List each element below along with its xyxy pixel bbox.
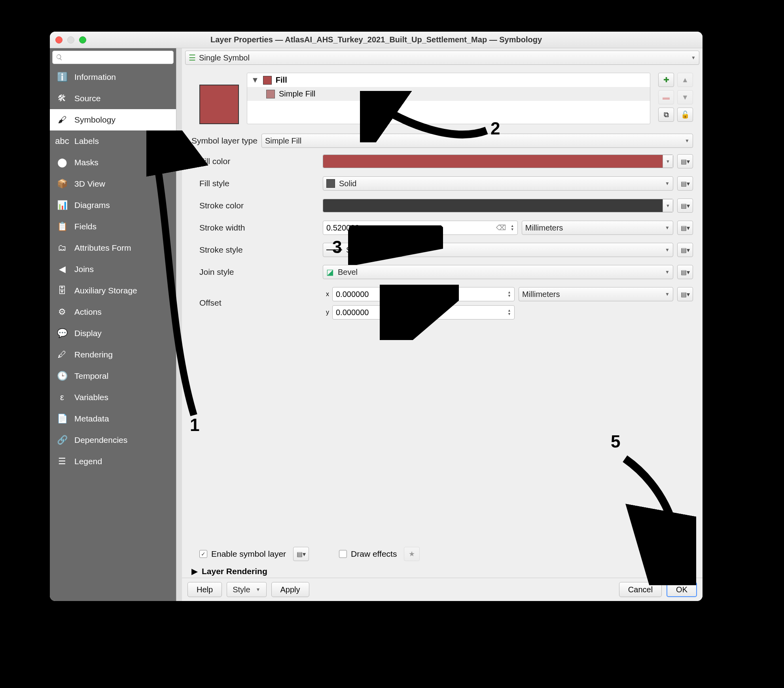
sidebar-item-symbology[interactable]: 🖌Symbology — [50, 109, 176, 130]
sidebar-item-3d-view[interactable]: 📦3D View — [50, 173, 176, 195]
add-symbol-layer-button[interactable]: ✚ — [658, 73, 674, 87]
offset-y-input[interactable]: ▲▼ — [332, 305, 515, 319]
line-preview-icon — [326, 249, 342, 250]
data-defined-button[interactable]: ▤▾ — [677, 154, 693, 168]
sidebar-item-variables[interactable]: εVariables — [50, 387, 176, 408]
stroke-style-value: Solid Line — [346, 246, 381, 255]
chevron-down-icon[interactable]: ▼ — [663, 155, 673, 168]
sidebar-item-icon: ℹ️ — [55, 70, 69, 84]
stroke-width-label: Stroke width — [199, 223, 318, 232]
sidebar-item-rendering[interactable]: 🖊Rendering — [50, 344, 176, 365]
layer-properties-window: Layer Properties — AtlasAI_AHS_Turkey_20… — [50, 32, 703, 601]
data-defined-button[interactable]: ▤▾ — [677, 243, 693, 257]
sidebar-item-label: Attributes Form — [74, 243, 131, 253]
data-defined-button[interactable]: ▤▾ — [677, 287, 693, 301]
sidebar-item-label: Masks — [74, 158, 98, 167]
zoom-window-button[interactable] — [79, 36, 86, 43]
join-style-value: Bevel — [338, 268, 358, 277]
duplicate-symbol-layer-button[interactable]: ⧉ — [658, 108, 674, 122]
stroke-width-spinner[interactable]: ▲▼ — [511, 224, 514, 231]
data-defined-button[interactable]: ▤▾ — [677, 198, 693, 213]
offset-unit-combo[interactable]: Millimeters ▼ — [519, 287, 673, 301]
sidebar-item-label: Diagrams — [74, 200, 110, 210]
sidebar-item-masks[interactable]: ⬤Masks — [50, 152, 176, 173]
stroke-width-unit-combo[interactable]: Millimeters ▼ — [522, 221, 673, 235]
sidebar-item-icon: 🗂 — [55, 241, 69, 255]
sidebar-item-actions[interactable]: ⚙Actions — [50, 301, 176, 323]
layer-rendering-expand-icon[interactable]: ▶ — [191, 567, 198, 576]
renderer-combo[interactable]: ☰ Single Symbol ▼ — [185, 51, 699, 65]
sidebar-item-icon: 🖌 — [55, 113, 69, 127]
clear-icon[interactable]: ⌫ — [496, 223, 506, 232]
join-style-label: Join style — [199, 267, 318, 277]
sidebar-item-information[interactable]: ℹ️Information — [50, 66, 176, 88]
sidebar-scrollbar[interactable] — [176, 48, 182, 601]
fill-color-label: Fill color — [199, 157, 318, 166]
sidebar-item-auxiliary-storage[interactable]: 🗄Auxiliary Storage — [50, 280, 176, 301]
stroke-color-label: Stroke color — [199, 201, 318, 210]
chevron-down-icon: ▼ — [256, 587, 261, 592]
tree-expand-icon[interactable]: ▼ — [251, 76, 259, 85]
symbol-preview-swatch — [199, 85, 239, 124]
sidebar-item-legend[interactable]: ☰Legend — [50, 451, 176, 472]
cancel-button[interactable]: Cancel — [619, 582, 662, 597]
tree-row-fill[interactable]: ▼ Fill — [247, 73, 650, 87]
symbol-layer-type-label: Symbol layer type — [191, 134, 258, 147]
traffic-lights — [55, 36, 86, 43]
sidebar-item-source[interactable]: 🛠Source — [50, 88, 176, 109]
sidebar-item-icon: abc — [55, 134, 69, 148]
sidebar-item-icon: ⬤ — [55, 156, 69, 169]
symbol-layer-tree[interactable]: ▼ Fill Simple Fill — [247, 73, 650, 124]
chevron-down-icon: ▼ — [665, 225, 670, 231]
sidebar-item-icon: 📊 — [55, 198, 69, 212]
sidebar-item-icon: ☰ — [55, 455, 69, 468]
offset-y-spinner[interactable]: ▲▼ — [508, 309, 511, 316]
sidebar-item-labels[interactable]: abcLabels — [50, 130, 176, 152]
window-title: Layer Properties — AtlasAI_AHS_Turkey_20… — [50, 35, 703, 44]
draw-effects-checkbox[interactable]: Draw effects — [339, 549, 397, 559]
apply-button[interactable]: Apply — [271, 582, 309, 597]
stroke-width-field[interactable] — [326, 223, 494, 232]
data-defined-button[interactable]: ▤▾ — [677, 176, 693, 191]
sidebar-item-joins[interactable]: ◀Joins — [50, 259, 176, 280]
sidebar-item-metadata[interactable]: 📄Metadata — [50, 408, 176, 429]
sidebar-item-diagrams[interactable]: 📊Diagrams — [50, 195, 176, 216]
symbol-layer-type-combo[interactable]: Simple Fill ▼ — [261, 134, 693, 148]
data-defined-button[interactable]: ▤▾ — [677, 265, 693, 279]
offset-y-field[interactable] — [336, 308, 505, 317]
style-button-label: Style — [233, 585, 250, 594]
stroke-style-combo[interactable]: Solid Line ▼ — [323, 243, 673, 257]
minimize-window-button[interactable] — [67, 36, 74, 43]
fill-style-combo[interactable]: Solid ▼ — [323, 176, 673, 191]
lock-symbol-layer-button[interactable]: 🔓 — [677, 108, 693, 122]
stroke-color-picker[interactable]: ▼ — [323, 199, 673, 212]
sidebar-item-display[interactable]: 💬Display — [50, 323, 176, 344]
data-defined-button[interactable]: ▤▾ — [677, 221, 693, 235]
draw-effects-label: Draw effects — [351, 549, 397, 559]
sidebar-item-dependencies[interactable]: 🔗Dependencies — [50, 429, 176, 451]
tree-row-simple-fill[interactable]: Simple Fill — [247, 87, 650, 101]
ok-button[interactable]: OK — [667, 582, 697, 597]
sidebar-search[interactable] — [52, 51, 174, 64]
chevron-down-icon: ▼ — [665, 247, 670, 253]
help-button[interactable]: Help — [187, 582, 222, 597]
sidebar-item-fields[interactable]: 📋Fields — [50, 216, 176, 237]
data-defined-button[interactable]: ▤▾ — [293, 547, 309, 561]
sidebar-item-icon: ⚙ — [55, 305, 69, 319]
join-style-combo[interactable]: ◪ Bevel ▼ — [323, 265, 673, 279]
sidebar-item-label: Symbology — [74, 115, 116, 125]
fill-color-picker[interactable]: ▼ — [323, 155, 673, 168]
simple-fill-swatch-icon — [266, 90, 275, 98]
sidebar-item-attributes-form[interactable]: 🗂Attributes Form — [50, 237, 176, 259]
enable-symbol-layer-checkbox[interactable]: ✓ Enable symbol layer — [199, 549, 286, 559]
chevron-down-icon[interactable]: ▼ — [663, 199, 673, 212]
close-window-button[interactable] — [55, 36, 62, 43]
sidebar-item-label: 3D View — [74, 179, 105, 189]
sidebar-item-temporal[interactable]: 🕒Temporal — [50, 365, 176, 387]
sidebar-search-input[interactable] — [65, 53, 170, 62]
offset-label: Offset — [199, 287, 318, 308]
chevron-down-icon: ▼ — [665, 269, 670, 275]
style-button[interactable]: Style ▼ — [227, 582, 266, 597]
remove-symbol-layer-button: ▬ — [658, 90, 674, 104]
stroke-width-input[interactable]: ⌫ ▲▼ — [323, 221, 518, 235]
